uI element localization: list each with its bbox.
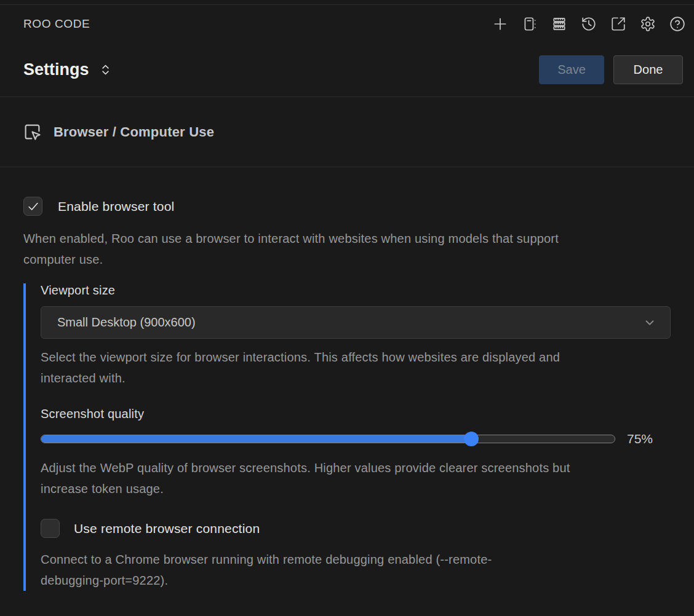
enable-browser-description: When enabled, Roo can use a browser to i…: [23, 228, 568, 270]
quality-slider-thumb[interactable]: [464, 432, 479, 446]
checkmark-icon: [26, 200, 40, 213]
help-icon[interactable]: [669, 16, 685, 33]
screenshot-quality-label: Screenshot quality: [41, 407, 671, 421]
header-buttons: Save Done: [539, 55, 683, 84]
page-title: Settings: [23, 60, 89, 79]
viewport-size-description: Select the viewport size for browser int…: [41, 347, 610, 389]
quality-slider-fill: [41, 435, 471, 443]
save-button[interactable]: Save: [539, 55, 604, 84]
remote-browser-checkbox[interactable]: [41, 519, 60, 538]
settings-header: Settings Save Done: [0, 43, 694, 97]
browser-sub-settings: Viewport size Small Desktop (900x600) Se…: [23, 283, 671, 591]
prompts-icon[interactable]: [521, 16, 538, 33]
open-in-editor-icon[interactable]: [610, 16, 626, 33]
titlebar: ROO CODE: [0, 5, 694, 43]
new-task-icon[interactable]: [492, 16, 508, 33]
settings-gear-icon[interactable]: [639, 16, 656, 33]
remote-browser-description: Connect to a Chrome browser running with…: [41, 549, 548, 591]
viewport-size-value: Small Desktop (900x600): [57, 315, 196, 330]
enable-browser-label: Enable browser tool: [58, 199, 174, 214]
enable-browser-checkbox[interactable]: [23, 197, 42, 216]
browser-computer-use-icon: [23, 123, 41, 141]
history-icon[interactable]: [580, 16, 597, 33]
toolbar: [492, 16, 685, 33]
screenshot-quality-row: 75%: [41, 432, 671, 446]
mcp-servers-icon[interactable]: [551, 16, 567, 33]
remote-browser-row: Use remote browser connection: [41, 519, 671, 538]
section-title: Browser / Computer Use: [54, 124, 214, 140]
done-button[interactable]: Done: [613, 55, 683, 84]
remote-browser-label: Use remote browser connection: [74, 521, 260, 536]
app-title: ROO CODE: [23, 17, 90, 31]
viewport-size-label: Viewport size: [41, 283, 671, 298]
quality-slider[interactable]: [41, 435, 615, 443]
enable-browser-row: Enable browser tool: [23, 197, 671, 216]
viewport-size-select[interactable]: Small Desktop (900x600): [41, 306, 671, 339]
quality-value: 75%: [627, 432, 659, 446]
section-picker-chevron-icon[interactable]: [99, 63, 112, 76]
screenshot-quality-description: Adjust the WebP quality of browser scree…: [41, 457, 610, 499]
chevron-down-icon: [643, 316, 656, 330]
section-header: Browser / Computer Use: [0, 97, 694, 167]
panel-top-divider: [0, 0, 694, 5]
browser-settings-panel: Enable browser tool When enabled, Roo ca…: [0, 167, 694, 591]
